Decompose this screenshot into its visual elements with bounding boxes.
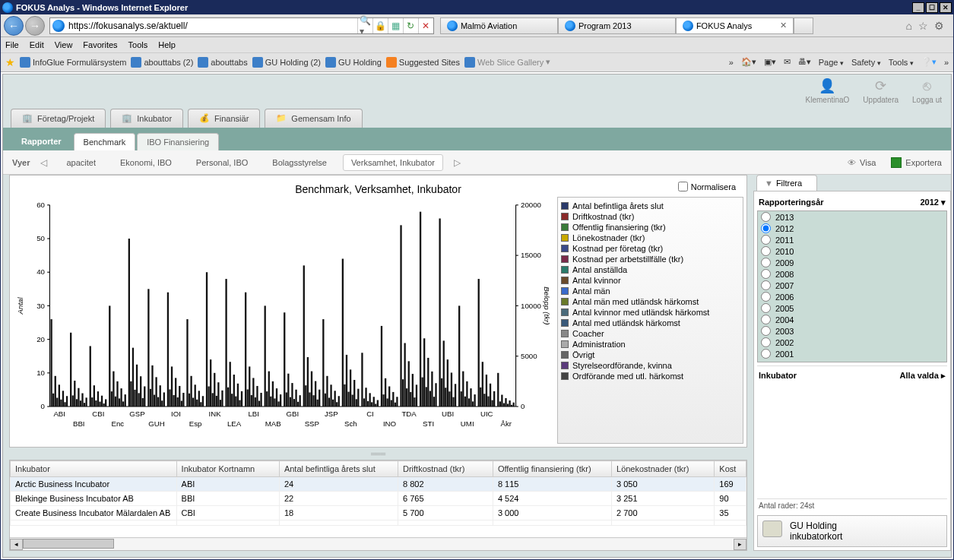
- gu-holding-card[interactable]: GU Holdinginkubatorkort: [757, 515, 947, 547]
- tab-ibo-finansiering[interactable]: IBO Finansiering: [137, 133, 219, 150]
- legend-item[interactable]: Coacher: [561, 328, 740, 339]
- add-favorite-icon[interactable]: ★: [5, 56, 15, 68]
- year-option[interactable]: 2007: [758, 280, 946, 291]
- gear-icon[interactable]: ⚙: [934, 20, 944, 32]
- grid-column-header[interactable]: Antal befintliga årets slut: [279, 461, 398, 477]
- legend-item[interactable]: Övrigt: [561, 350, 740, 360]
- tab-gemensam[interactable]: 📁Gemensam Info: [265, 109, 362, 128]
- legend-item[interactable]: Antal anställda: [561, 264, 740, 275]
- ie-tab-program[interactable]: Program 2013: [558, 17, 676, 34]
- menu-edit[interactable]: Edit: [30, 40, 44, 49]
- view-verksamhet[interactable]: Verksamhet, Inkubator: [343, 154, 443, 171]
- fav-guholding[interactable]: GU Holding: [325, 57, 382, 68]
- grid-horizontal-scrollbar[interactable]: ◂ ▸: [10, 537, 746, 550]
- fav-abouttabs[interactable]: abouttabs: [198, 57, 247, 68]
- refresh-action[interactable]: ⟳Uppdatera: [863, 78, 899, 104]
- legend-item[interactable]: Antal män: [561, 286, 740, 296]
- scroll-right-button[interactable]: ▸: [734, 539, 746, 550]
- search-dropdown-icon[interactable]: 🔍▾: [357, 18, 372, 33]
- view-ekonomi[interactable]: Ekonomi, IBO: [112, 154, 180, 171]
- url-input[interactable]: [67, 21, 357, 31]
- forward-button[interactable]: →: [25, 16, 45, 36]
- year-option[interactable]: 2004: [758, 314, 946, 325]
- year-option[interactable]: 2011: [758, 234, 946, 245]
- scroll-thumb[interactable]: [23, 539, 114, 549]
- year-option[interactable]: 2010: [758, 245, 946, 257]
- grid-column-header[interactable]: Offentlig finansiering (tkr): [493, 461, 611, 477]
- tab-inkubator[interactable]: 🏢Inkubator: [110, 109, 183, 128]
- help-icon[interactable]: ❔▾: [921, 57, 937, 67]
- menu-favorites[interactable]: Favorites: [83, 40, 117, 49]
- grid-column-header[interactable]: Inkubator Kortnamn: [176, 461, 279, 477]
- year-option[interactable]: 2005: [758, 302, 946, 314]
- fav-abouttabs2[interactable]: abouttabs (2): [131, 57, 193, 68]
- fav-suggested[interactable]: Suggested Sites: [386, 57, 460, 68]
- close-button[interactable]: ✕: [940, 2, 952, 13]
- grid-column-header[interactable]: Driftkostnad (tkr): [398, 461, 493, 477]
- logout-action[interactable]: ⎋Logga ut: [912, 78, 942, 104]
- ie-tab-fokus[interactable]: FOKUS Analys✕: [676, 17, 794, 34]
- legend-item[interactable]: Antal befintliga årets slut: [561, 201, 740, 211]
- legend-item[interactable]: Antal kvinnor: [561, 275, 740, 286]
- normalize-checkbox[interactable]: Normalisera: [678, 182, 736, 191]
- view-bolagsstyrelse[interactable]: Bolagsstyrelse: [264, 154, 335, 171]
- fav-webslice[interactable]: Web Slice Gallery ▾: [464, 57, 550, 68]
- scroll-left-button[interactable]: ◂: [10, 539, 23, 550]
- minimize-button[interactable]: _: [912, 2, 924, 13]
- legend-item[interactable]: Antal kvinnor med utländsk härkomst: [561, 307, 740, 318]
- year-option[interactable]: 2013: [758, 211, 946, 223]
- view-kapacitet[interactable]: apacitet: [58, 154, 104, 171]
- legend-item[interactable]: Kostnad per arbetstillfälle (tkr): [561, 254, 740, 264]
- fav-infoglue[interactable]: InfoGlue Formulärsystem: [20, 57, 126, 68]
- address-bar[interactable]: 🔍▾ 🔒 ▦ ↻ ✕: [49, 17, 434, 34]
- home-icon[interactable]: ⌂: [906, 20, 912, 32]
- favorites-star-icon[interactable]: ☆: [918, 20, 928, 32]
- chart-legend[interactable]: Antal befintliga årets slutDriftkostnad …: [557, 197, 743, 444]
- stop-button[interactable]: ✕: [418, 18, 433, 33]
- legend-item[interactable]: Offentlig finansiering (tkr): [561, 222, 740, 233]
- table-row[interactable]: Arctic Business IncubatorABI248 8028 115…: [11, 477, 746, 492]
- refresh-button[interactable]: ↻: [403, 18, 418, 33]
- splitter-handle[interactable]: ═══: [9, 451, 747, 457]
- tab-benchmark[interactable]: Benchmark: [74, 133, 136, 150]
- exportera-action[interactable]: Exportera: [891, 157, 942, 168]
- menu-view[interactable]: View: [55, 40, 73, 49]
- menu-help[interactable]: Help: [158, 40, 176, 49]
- safety-menu[interactable]: Safety: [851, 58, 881, 67]
- home-dropdown-icon[interactable]: 🏠▾: [741, 57, 756, 67]
- menu-file[interactable]: File: [5, 40, 19, 49]
- visa-action[interactable]: 👁Visa: [848, 157, 876, 168]
- year-option[interactable]: 2009: [758, 257, 946, 268]
- year-option[interactable]: 2001: [758, 348, 946, 359]
- legend-item[interactable]: Antal med utländsk härkomst: [561, 318, 740, 328]
- mail-icon[interactable]: ✉: [784, 57, 791, 67]
- year-option[interactable]: 2002: [758, 337, 946, 348]
- grid-column-header[interactable]: Inkubator: [11, 461, 177, 477]
- grid-column-header[interactable]: Kost: [715, 461, 746, 477]
- legend-item[interactable]: Antal män med utländsk härkomst: [561, 296, 740, 307]
- year-option[interactable]: 2008: [758, 268, 946, 280]
- tab-close-icon[interactable]: ✕: [780, 21, 787, 30]
- filter-tab[interactable]: ▼Filtrera: [756, 175, 817, 191]
- back-button[interactable]: ←: [4, 16, 24, 36]
- tab-finansiar[interactable]: 💰Finansiär: [188, 109, 260, 128]
- legend-item[interactable]: Driftkostnad (tkr): [561, 211, 740, 222]
- legend-item[interactable]: Lönekostnader (tkr): [561, 233, 740, 243]
- compat-view-icon[interactable]: ▦: [388, 18, 403, 33]
- ie-new-tab[interactable]: [794, 17, 813, 34]
- legend-item[interactable]: Kostnad per företag (tkr): [561, 243, 740, 254]
- chevrons-icon[interactable]: »: [944, 58, 949, 67]
- legend-item[interactable]: Styrelseordförande, kvinna: [561, 360, 740, 371]
- legend-item[interactable]: Ordförande med utl. härkomst: [561, 371, 740, 381]
- fav-guholding2[interactable]: GU Holding (2): [252, 57, 321, 68]
- filter-inkubator-value[interactable]: Alla valda ▸: [900, 371, 946, 381]
- view-scroll-left[interactable]: ◁: [37, 157, 50, 168]
- chevrons-icon[interactable]: »: [729, 58, 734, 67]
- grid-column-header[interactable]: Lönekostnader (tkr): [612, 461, 715, 477]
- table-row[interactable]: [11, 520, 746, 526]
- legend-item[interactable]: Administration: [561, 339, 740, 350]
- tools-menu[interactable]: Tools: [889, 58, 914, 67]
- view-scroll-right[interactable]: ▷: [451, 157, 464, 168]
- year-list[interactable]: 2013201220112010200920082007200620052004…: [757, 210, 947, 362]
- ie-tab-malmo[interactable]: Malmö Aviation: [440, 17, 558, 34]
